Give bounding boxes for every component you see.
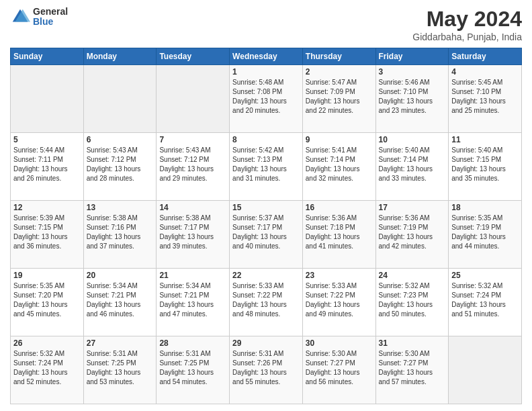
calendar-cell: 8Sunrise: 5:42 AM Sunset: 7:13 PM Daylig… — [230, 133, 303, 201]
day-info: Sunrise: 5:45 AM Sunset: 7:10 PM Dayligh… — [451, 78, 519, 116]
day-info: Sunrise: 5:33 AM Sunset: 7:22 PM Dayligh… — [306, 281, 373, 319]
calendar-cell: 31Sunrise: 5:30 AM Sunset: 7:27 PM Dayli… — [375, 336, 449, 404]
day-number: 2 — [306, 67, 373, 77]
day-number: 28 — [159, 338, 226, 348]
logo-blue: Blue — [33, 17, 68, 27]
day-info: Sunrise: 5:47 AM Sunset: 7:09 PM Dayligh… — [306, 78, 373, 116]
day-number: 25 — [451, 271, 519, 280]
logo-icon — [10, 7, 30, 27]
week-row-1: 1Sunrise: 5:48 AM Sunset: 7:08 PM Daylig… — [11, 65, 522, 133]
page-container: General Blue May 2024 Giddarbaha, Punjab… — [0, 0, 532, 411]
day-number: 29 — [232, 338, 300, 348]
day-header-thursday: Thursday — [302, 48, 375, 65]
calendar-cell: 5Sunrise: 5:44 AM Sunset: 7:11 PM Daylig… — [11, 133, 84, 201]
day-number: 18 — [451, 203, 519, 212]
day-number: 13 — [87, 203, 154, 212]
day-info: Sunrise: 5:42 AM Sunset: 7:13 PM Dayligh… — [232, 146, 300, 183]
calendar-header-row: SundayMondayTuesdayWednesdayThursdayFrid… — [11, 48, 522, 65]
day-info: Sunrise: 5:48 AM Sunset: 7:08 PM Dayligh… — [232, 78, 300, 116]
logo: General Blue — [10, 7, 68, 28]
calendar-cell: 7Sunrise: 5:43 AM Sunset: 7:12 PM Daylig… — [157, 133, 230, 201]
day-header-saturday: Saturday — [449, 48, 522, 65]
day-info: Sunrise: 5:31 AM Sunset: 7:26 PM Dayligh… — [232, 349, 300, 387]
calendar-cell: 3Sunrise: 5:46 AM Sunset: 7:10 PM Daylig… — [375, 65, 449, 133]
day-number: 30 — [306, 338, 373, 348]
day-header-sunday: Sunday — [11, 48, 84, 65]
subtitle: Giddarbaha, Punjab, India — [412, 32, 522, 42]
day-number: 23 — [306, 271, 373, 280]
day-number: 24 — [379, 271, 446, 280]
day-number: 21 — [159, 271, 226, 280]
calendar-cell: 16Sunrise: 5:36 AM Sunset: 7:18 PM Dayli… — [302, 201, 375, 269]
day-info: Sunrise: 5:31 AM Sunset: 7:25 PM Dayligh… — [87, 349, 154, 387]
calendar-cell: 18Sunrise: 5:35 AM Sunset: 7:19 PM Dayli… — [449, 201, 522, 269]
day-info: Sunrise: 5:32 AM Sunset: 7:24 PM Dayligh… — [13, 349, 81, 387]
calendar-cell: 30Sunrise: 5:30 AM Sunset: 7:27 PM Dayli… — [302, 336, 375, 404]
day-info: Sunrise: 5:34 AM Sunset: 7:21 PM Dayligh… — [87, 281, 154, 319]
logo-general: General — [33, 7, 68, 17]
day-number: 17 — [379, 203, 446, 212]
day-number: 1 — [232, 67, 300, 77]
calendar-cell: 15Sunrise: 5:37 AM Sunset: 7:17 PM Dayli… — [230, 201, 303, 269]
calendar-cell: 9Sunrise: 5:41 AM Sunset: 7:14 PM Daylig… — [302, 133, 375, 201]
day-info: Sunrise: 5:35 AM Sunset: 7:20 PM Dayligh… — [13, 281, 81, 319]
day-info: Sunrise: 5:34 AM Sunset: 7:21 PM Dayligh… — [159, 281, 226, 319]
calendar-cell: 17Sunrise: 5:36 AM Sunset: 7:19 PM Dayli… — [375, 201, 449, 269]
day-number: 27 — [87, 338, 154, 348]
calendar-cell — [157, 65, 230, 133]
day-info: Sunrise: 5:33 AM Sunset: 7:22 PM Dayligh… — [232, 281, 300, 319]
calendar-cell: 11Sunrise: 5:40 AM Sunset: 7:15 PM Dayli… — [449, 133, 522, 201]
day-info: Sunrise: 5:36 AM Sunset: 7:18 PM Dayligh… — [306, 214, 373, 251]
main-title: May 2024 — [412, 7, 522, 32]
day-info: Sunrise: 5:35 AM Sunset: 7:19 PM Dayligh… — [451, 214, 519, 251]
calendar-cell: 10Sunrise: 5:40 AM Sunset: 7:14 PM Dayli… — [375, 133, 449, 201]
day-info: Sunrise: 5:40 AM Sunset: 7:15 PM Dayligh… — [451, 146, 519, 183]
day-number: 5 — [13, 135, 81, 144]
week-row-4: 19Sunrise: 5:35 AM Sunset: 7:20 PM Dayli… — [11, 269, 522, 336]
calendar-cell: 27Sunrise: 5:31 AM Sunset: 7:25 PM Dayli… — [83, 336, 157, 404]
calendar-cell — [11, 65, 84, 133]
day-number: 20 — [87, 271, 154, 280]
calendar-cell: 29Sunrise: 5:31 AM Sunset: 7:26 PM Dayli… — [230, 336, 303, 404]
week-row-5: 26Sunrise: 5:32 AM Sunset: 7:24 PM Dayli… — [11, 336, 522, 404]
calendar-cell: 4Sunrise: 5:45 AM Sunset: 7:10 PM Daylig… — [449, 65, 522, 133]
day-info: Sunrise: 5:44 AM Sunset: 7:11 PM Dayligh… — [13, 146, 81, 183]
day-number: 16 — [306, 203, 373, 212]
day-info: Sunrise: 5:43 AM Sunset: 7:12 PM Dayligh… — [159, 146, 226, 183]
day-number: 8 — [232, 135, 300, 144]
day-header-monday: Monday — [83, 48, 157, 65]
day-info: Sunrise: 5:41 AM Sunset: 7:14 PM Dayligh… — [306, 146, 373, 183]
day-number: 7 — [159, 135, 226, 144]
day-info: Sunrise: 5:43 AM Sunset: 7:12 PM Dayligh… — [87, 146, 154, 183]
day-info: Sunrise: 5:39 AM Sunset: 7:15 PM Dayligh… — [13, 214, 81, 251]
day-number: 19 — [13, 271, 81, 280]
day-header-wednesday: Wednesday — [230, 48, 303, 65]
logo-text: General Blue — [33, 7, 68, 28]
calendar: SundayMondayTuesdayWednesdayThursdayFrid… — [10, 48, 522, 404]
calendar-cell: 19Sunrise: 5:35 AM Sunset: 7:20 PM Dayli… — [11, 269, 84, 336]
header: General Blue May 2024 Giddarbaha, Punjab… — [10, 7, 522, 42]
day-info: Sunrise: 5:31 AM Sunset: 7:25 PM Dayligh… — [159, 349, 226, 387]
day-number: 4 — [451, 67, 519, 77]
calendar-cell: 1Sunrise: 5:48 AM Sunset: 7:08 PM Daylig… — [230, 65, 303, 133]
calendar-cell: 21Sunrise: 5:34 AM Sunset: 7:21 PM Dayli… — [157, 269, 230, 336]
day-number: 14 — [159, 203, 226, 212]
day-info: Sunrise: 5:30 AM Sunset: 7:27 PM Dayligh… — [379, 349, 446, 387]
day-number: 3 — [379, 67, 446, 77]
day-number: 6 — [87, 135, 154, 144]
day-info: Sunrise: 5:32 AM Sunset: 7:24 PM Dayligh… — [451, 281, 519, 319]
day-number: 31 — [379, 338, 446, 348]
day-info: Sunrise: 5:36 AM Sunset: 7:19 PM Dayligh… — [379, 214, 446, 251]
calendar-cell: 14Sunrise: 5:38 AM Sunset: 7:17 PM Dayli… — [157, 201, 230, 269]
day-number: 15 — [232, 203, 300, 212]
day-number: 12 — [13, 203, 81, 212]
day-info: Sunrise: 5:38 AM Sunset: 7:16 PM Dayligh… — [87, 214, 154, 251]
calendar-cell: 24Sunrise: 5:32 AM Sunset: 7:23 PM Dayli… — [375, 269, 449, 336]
calendar-cell: 20Sunrise: 5:34 AM Sunset: 7:21 PM Dayli… — [83, 269, 157, 336]
calendar-cell — [83, 65, 157, 133]
calendar-cell: 2Sunrise: 5:47 AM Sunset: 7:09 PM Daylig… — [302, 65, 375, 133]
calendar-cell: 13Sunrise: 5:38 AM Sunset: 7:16 PM Dayli… — [83, 201, 157, 269]
day-number: 22 — [232, 271, 300, 280]
day-header-friday: Friday — [375, 48, 449, 65]
day-number: 26 — [13, 338, 81, 348]
